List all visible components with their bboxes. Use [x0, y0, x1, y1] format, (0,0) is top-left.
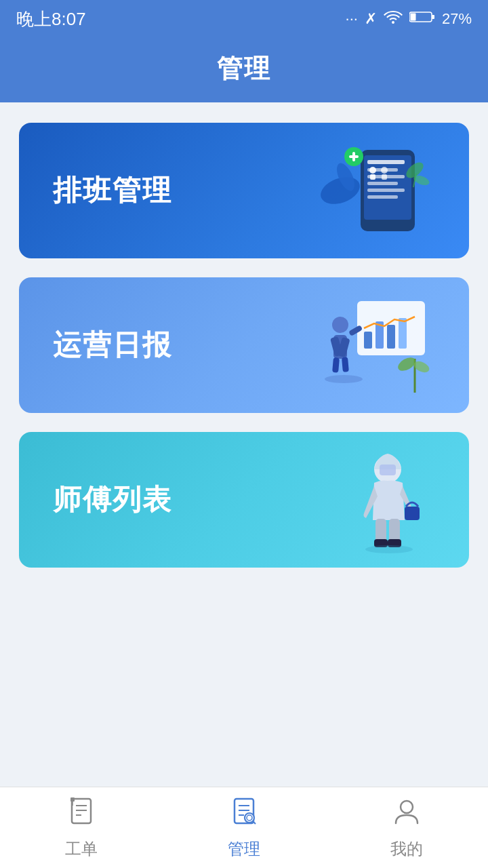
nav-manage[interactable]: 管理	[163, 796, 325, 860]
svg-point-60	[401, 801, 413, 813]
svg-rect-17	[370, 174, 375, 180]
svg-point-57	[245, 813, 254, 823]
workorder-icon	[66, 796, 96, 833]
manage-icon	[229, 796, 259, 833]
nav-mine-label: 我的	[390, 838, 423, 860]
operations-card[interactable]: 运营日报	[19, 277, 469, 413]
master-card-title: 师傅列表	[53, 481, 172, 519]
master-illustration	[300, 446, 435, 554]
operations-illustration	[300, 291, 435, 399]
svg-rect-26	[387, 325, 395, 349]
status-bar: 晚上8:07 ··· ✗ 27%	[0, 0, 488, 38]
nav-workorder[interactable]: 工单	[0, 796, 163, 860]
svg-rect-41	[375, 519, 386, 542]
battery-percent: 27%	[442, 10, 472, 28]
schedule-illustration	[300, 136, 435, 245]
svg-rect-10	[367, 195, 398, 199]
svg-point-38	[325, 375, 363, 383]
wifi-icon	[384, 9, 403, 28]
master-card[interactable]: 师傅列表	[19, 432, 469, 568]
svg-rect-32	[332, 357, 340, 373]
svg-rect-2	[410, 14, 415, 21]
svg-rect-1	[432, 15, 434, 19]
nav-workorder-label: 工单	[65, 838, 98, 860]
svg-rect-8	[367, 182, 398, 185]
operations-card-title: 运营日报	[53, 326, 172, 364]
main-content: 排班管理	[0, 102, 488, 787]
svg-rect-42	[389, 519, 400, 542]
svg-point-45	[365, 545, 413, 553]
svg-point-16	[369, 167, 376, 174]
battery-icon	[409, 10, 435, 28]
signal-icon: ···	[346, 10, 358, 28]
svg-rect-40	[405, 507, 420, 520]
page-title: 管理	[0, 38, 488, 102]
status-icons: ··· ✗ 27%	[346, 9, 472, 28]
schedule-card[interactable]: 排班管理	[19, 123, 469, 258]
svg-rect-46	[380, 465, 396, 475]
svg-rect-19	[382, 174, 387, 180]
svg-point-18	[381, 167, 388, 174]
mine-icon	[392, 796, 422, 833]
svg-rect-24	[364, 332, 372, 349]
svg-rect-9	[367, 189, 405, 192]
svg-rect-27	[399, 318, 407, 349]
nav-mine[interactable]: 我的	[325, 796, 488, 860]
svg-point-28	[332, 317, 348, 333]
bottom-nav: 工单 管理 我的	[0, 787, 488, 868]
nav-manage-label: 管理	[228, 838, 260, 860]
svg-rect-5	[367, 160, 405, 164]
svg-line-59	[253, 821, 256, 824]
schedule-card-title: 排班管理	[53, 172, 172, 210]
svg-rect-4	[364, 155, 411, 220]
svg-rect-33	[342, 357, 349, 372]
status-time: 晚上8:07	[16, 7, 86, 31]
svg-rect-13	[352, 152, 355, 161]
bluetooth-icon: ✗	[365, 10, 377, 28]
